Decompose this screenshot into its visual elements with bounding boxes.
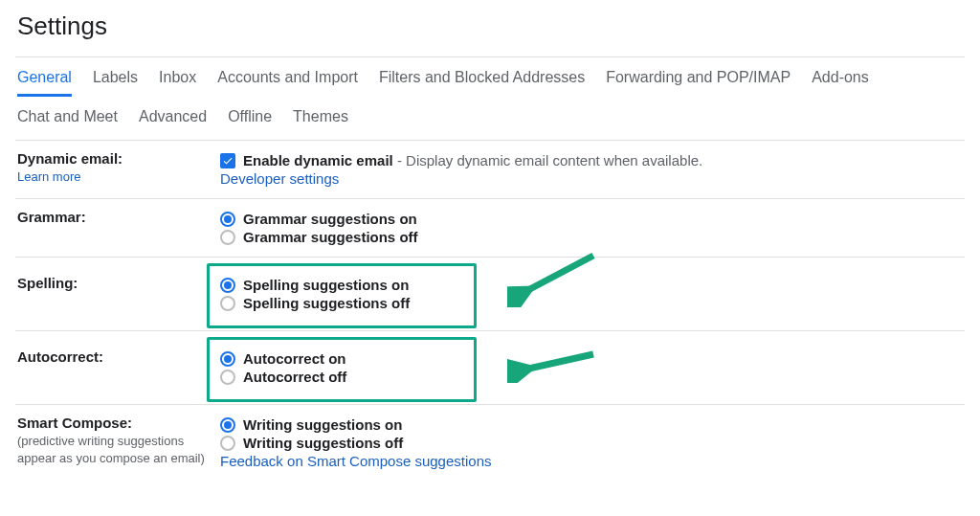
grammar-off-radio[interactable]	[220, 230, 235, 245]
page-title: Settings	[17, 11, 965, 41]
autocorrect-label: Autocorrect:	[17, 348, 212, 365]
grammar-off-label: Grammar suggestions off	[243, 229, 418, 245]
settings-tabs: GeneralLabelsInboxAccounts and ImportFil…	[15, 56, 965, 141]
autocorrect-off-label: Autocorrect off	[243, 369, 346, 385]
autocorrect-on-radio[interactable]	[220, 351, 235, 367]
tab-offline[interactable]: Offline	[228, 108, 272, 136]
smart-compose-on-radio[interactable]	[220, 417, 235, 433]
autocorrect-off-radio[interactable]	[220, 370, 235, 385]
tab-general[interactable]: General	[17, 69, 72, 97]
smart-compose-on-label: Writing suggestions on	[243, 416, 402, 433]
smart-compose-off-radio[interactable]	[220, 436, 235, 451]
tab-labels[interactable]: Labels	[93, 69, 138, 97]
tab-inbox[interactable]: Inbox	[159, 69, 196, 97]
tab-advanced[interactable]: Advanced	[139, 108, 207, 136]
grammar-on-label: Grammar suggestions on	[243, 211, 417, 227]
section-autocorrect: Autocorrect: Autocorrect on Autocorrect …	[15, 331, 965, 405]
grammar-on-radio[interactable]	[220, 212, 235, 227]
smart-compose-sub: (predictive writing suggestions appear a…	[17, 433, 212, 466]
autocorrect-on-label: Autocorrect on	[243, 350, 346, 367]
enable-dynamic-email-label: Enable dynamic email	[243, 152, 393, 168]
tab-add-ons[interactable]: Add-ons	[812, 69, 869, 97]
smart-compose-label: Smart Compose:	[17, 415, 212, 431]
tab-forwarding-and-pop-imap[interactable]: Forwarding and POP/IMAP	[606, 69, 791, 97]
tab-accounts-and-import[interactable]: Accounts and Import	[217, 69, 358, 97]
dynamic-email-label: Dynamic email:	[17, 150, 212, 167]
spelling-on-radio[interactable]	[220, 278, 235, 293]
smart-compose-off-label: Writing suggestions off	[243, 435, 403, 451]
enable-dynamic-email-desc: - Display dynamic email content when ava…	[393, 152, 703, 168]
spelling-label: Spelling:	[17, 275, 212, 291]
spelling-off-radio[interactable]	[220, 296, 235, 311]
tab-themes[interactable]: Themes	[293, 108, 348, 136]
tab-filters-and-blocked-addresses[interactable]: Filters and Blocked Addresses	[379, 69, 585, 97]
enable-dynamic-email-checkbox[interactable]	[220, 153, 235, 168]
spelling-on-label: Spelling suggestions on	[243, 277, 409, 293]
smart-compose-feedback-link[interactable]: Feedback on Smart Compose suggestions	[220, 453, 491, 469]
section-smart-compose: Smart Compose: (predictive writing sugge…	[15, 405, 965, 481]
section-grammar: Grammar: Grammar suggestions on Grammar …	[15, 199, 965, 258]
spelling-off-label: Spelling suggestions off	[243, 295, 410, 311]
section-spelling: Spelling: Spelling suggestions on Spelli…	[15, 258, 965, 331]
tab-chat-and-meet[interactable]: Chat and Meet	[17, 108, 118, 136]
grammar-label: Grammar:	[17, 209, 212, 225]
learn-more-link[interactable]: Learn more	[17, 169, 80, 184]
developer-settings-link[interactable]: Developer settings	[220, 170, 339, 187]
check-icon	[222, 155, 234, 167]
section-dynamic-email: Dynamic email: Learn more Enable dynamic…	[15, 141, 965, 199]
